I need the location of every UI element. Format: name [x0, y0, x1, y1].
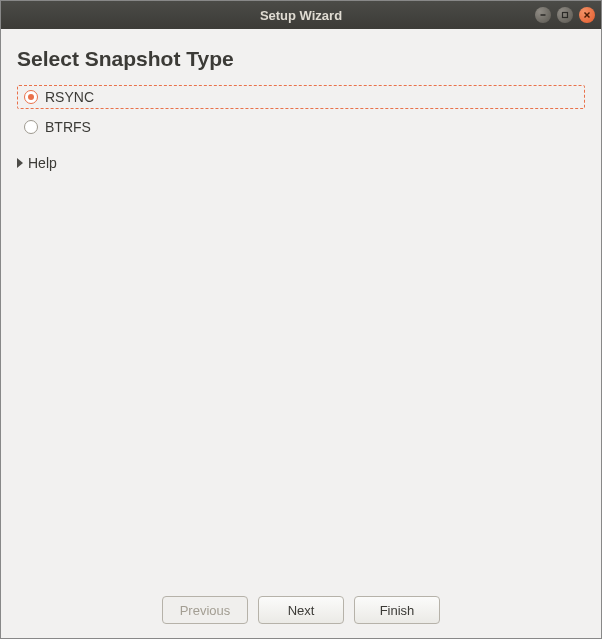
radio-option-btrfs[interactable]: BTRFS	[17, 115, 585, 139]
content-area: Select Snapshot Type RSYNC BTRFS Help	[1, 29, 601, 584]
radio-icon	[24, 90, 38, 104]
previous-button: Previous	[162, 596, 248, 624]
radio-option-rsync[interactable]: RSYNC	[17, 85, 585, 109]
window-controls	[535, 7, 595, 23]
minimize-button[interactable]	[535, 7, 551, 23]
radio-label-rsync: RSYNC	[45, 89, 94, 105]
page-title: Select Snapshot Type	[17, 47, 585, 71]
snapshot-type-group: RSYNC BTRFS	[17, 85, 585, 139]
chevron-right-icon	[17, 158, 23, 168]
radio-icon	[24, 120, 38, 134]
button-bar: Previous Next Finish	[1, 584, 601, 638]
window-title: Setup Wizard	[260, 8, 342, 23]
minimize-icon	[539, 11, 547, 19]
radio-dot-icon	[28, 94, 34, 100]
titlebar: Setup Wizard	[1, 1, 601, 29]
help-label: Help	[28, 155, 57, 171]
close-icon	[583, 11, 591, 19]
close-button[interactable]	[579, 7, 595, 23]
setup-wizard-window: Setup Wizard Select Snapshot Type RSYNC	[0, 0, 602, 639]
finish-button[interactable]: Finish	[354, 596, 440, 624]
maximize-button[interactable]	[557, 7, 573, 23]
svg-rect-1	[563, 13, 568, 18]
spacer	[17, 173, 585, 574]
help-expander[interactable]: Help	[17, 153, 585, 173]
radio-label-btrfs: BTRFS	[45, 119, 91, 135]
next-button[interactable]: Next	[258, 596, 344, 624]
maximize-icon	[561, 11, 569, 19]
